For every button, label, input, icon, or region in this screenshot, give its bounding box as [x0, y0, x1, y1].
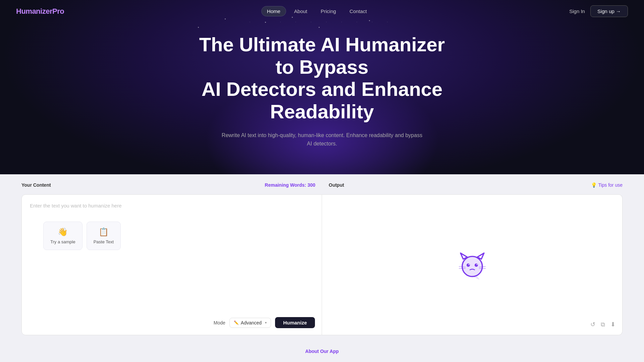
logo-text-prefix: Humanizer	[16, 7, 52, 15]
svg-point-6	[468, 264, 469, 265]
svg-point-5	[475, 263, 478, 267]
main-content: Your Content Remaining Words: 300 Output…	[0, 174, 644, 362]
hero-title: The Ultimate AI Humanizer to Bypass AI D…	[188, 34, 456, 123]
output-panel-label: Output	[329, 182, 344, 188]
output-actions: ↺ ⧉ ⬇	[590, 321, 615, 328]
sign-in-button[interactable]: Sign In	[569, 8, 585, 14]
clipboard-icon: 📋	[99, 227, 109, 237]
editor-panels: 👋 Try a sample 📋 Paste Text Mode ✏️ Adva…	[21, 194, 623, 335]
hero-section: The Ultimate AI Humanizer to Bypass AI D…	[0, 0, 644, 188]
star-decoration	[319, 27, 320, 28]
star-decoration	[198, 27, 199, 28]
nav-links: Home About Pricing Contact	[261, 6, 372, 16]
hero-subtitle: Rewrite AI text into high-quality, human…	[221, 131, 423, 148]
content-panel-label: Your Content	[21, 182, 51, 188]
nav-home[interactable]: Home	[261, 6, 286, 16]
try-sample-label: Try a sample	[50, 239, 75, 244]
try-sample-button[interactable]: 👋 Try a sample	[43, 222, 83, 250]
svg-point-4	[467, 263, 470, 267]
tips-link[interactable]: 💡 Tips for use	[591, 182, 623, 188]
logo-text-suffix: Pro	[52, 7, 64, 15]
remaining-words: Remaining Words: 300	[265, 182, 315, 188]
sample-buttons-area: 👋 Try a sample 📋 Paste Text	[35, 222, 129, 250]
nav-pricing[interactable]: Pricing	[315, 6, 341, 16]
mascot-svg	[457, 250, 487, 280]
pencil-icon: ✏️	[234, 320, 239, 325]
copy-icon[interactable]: ⧉	[601, 321, 605, 328]
output-panel: ↺ ⧉ ⬇	[322, 194, 623, 335]
about-link[interactable]: About Our App	[305, 349, 339, 354]
about-hint[interactable]: About Our App	[21, 335, 623, 354]
mode-label: Mode	[214, 320, 225, 325]
navbar: HumanizerPro Home About Pricing Contact …	[0, 0, 644, 22]
mascot-container	[457, 250, 487, 280]
refresh-icon[interactable]: ↺	[590, 321, 595, 328]
tips-icon: 💡	[591, 182, 597, 188]
input-panel: 👋 Try a sample 📋 Paste Text Mode ✏️ Adva…	[21, 194, 322, 335]
content-textarea[interactable]	[22, 195, 322, 315]
humanize-button[interactable]: Humanize	[275, 317, 315, 328]
nav-right: Sign In Sign up →	[569, 5, 628, 17]
svg-marker-2	[461, 253, 467, 259]
nav-about[interactable]: About	[289, 6, 313, 16]
download-icon[interactable]: ⬇	[610, 321, 615, 328]
chevron-down-icon: ▾	[265, 321, 267, 324]
logo[interactable]: HumanizerPro	[16, 7, 64, 16]
svg-marker-3	[477, 253, 484, 259]
svg-point-7	[476, 264, 477, 265]
mode-value: Advanced	[241, 320, 262, 325]
mode-selector[interactable]: ✏️ Advanced ▾	[229, 318, 271, 328]
input-footer: Mode ✏️ Advanced ▾ Humanize	[214, 317, 315, 328]
paste-text-button[interactable]: 📋 Paste Text	[87, 222, 121, 250]
wave-icon: 👋	[58, 227, 68, 237]
paste-text-label: Paste Text	[94, 239, 114, 244]
sign-up-button[interactable]: Sign up →	[590, 5, 628, 17]
nav-contact[interactable]: Contact	[344, 6, 372, 16]
